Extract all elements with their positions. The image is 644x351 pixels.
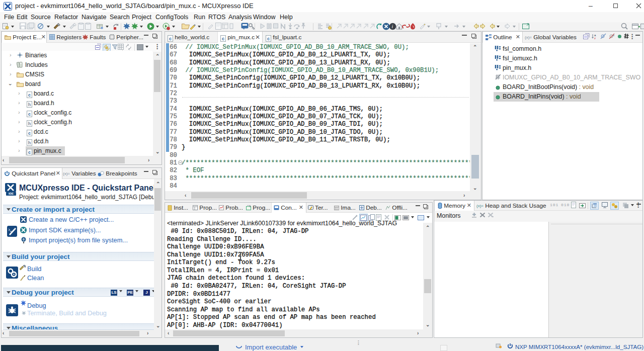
svg-text:(x)=: (x)= [525,35,532,40]
svg-text:(x)=: (x)= [476,204,484,208]
svg-text:z: z [594,37,596,39]
svg-text:i: i [392,24,393,29]
svg-text:(x)=: (x)= [63,171,70,176]
svg-text:s: s [613,34,614,37]
